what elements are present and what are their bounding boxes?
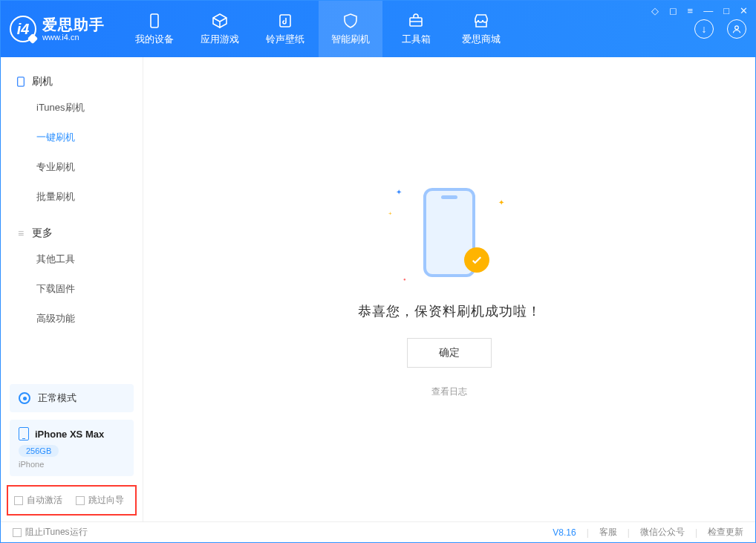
sparkle-icon: ● [403,277,406,282]
device-info[interactable]: iPhone XS Max 256GB iPhone [10,420,134,476]
svg-rect-0 [151,14,158,27]
shield-icon [342,12,359,30]
user-icon[interactable] [727,19,746,39]
checkbox-icon [14,496,23,505]
support-link[interactable]: 客服 [599,526,617,539]
sidebar-group-more: ≡ 更多 [1,222,143,244]
close-button[interactable]: ✕ [740,5,748,16]
mode-label: 正常模式 [38,391,76,405]
nav-label: 应用游戏 [201,33,239,46]
sidebar-item-other[interactable]: 其他工具 [1,244,143,274]
flash-options: 自动激活 跳过向导 [7,485,137,516]
download-icon[interactable]: ↓ [694,19,714,39]
mode-icon [19,392,30,404]
svg-rect-4 [18,77,25,86]
brand-cn: 爱思助手 [42,16,105,33]
music-icon [276,12,294,30]
ok-button[interactable]: 确定 [407,338,492,368]
device-panel: 正常模式 iPhone XS Max 256GB iPhone 自动激活 跳过向… [1,384,143,521]
nav-label: 工具箱 [402,33,431,46]
theme-icon[interactable]: ◇ [651,5,659,16]
nav-label: 爱思商城 [462,33,501,46]
svg-rect-1 [280,15,290,27]
nav-flash[interactable]: 智能刷机 [319,1,382,57]
body: 刷机 iTunes刷机 一键刷机 专业刷机 批量刷机 ≡ 更多 其他工具 下载固… [1,57,755,521]
nav: 我的设备 应用游戏 铃声壁纸 智能刷机 工具箱 爱思商城 [123,1,513,57]
cube-icon [211,12,229,30]
window-controls: ◇ ◻ ≡ — □ ✕ [651,5,748,16]
nav-ringtone[interactable]: 铃声壁纸 [253,1,317,57]
nav-my-device[interactable]: 我的设备 [123,1,186,57]
minimize-button[interactable]: — [703,5,713,16]
nav-label: 我的设备 [135,33,174,46]
sparkle-icon: ✦ [498,198,504,207]
list-icon: ≡ [16,228,26,238]
phone-icon [16,77,26,87]
view-log-link[interactable]: 查看日志 [431,386,467,398]
toolbox-icon [407,12,425,30]
success-illustration: ✦ ✦ ● + [390,181,509,284]
device-icon [146,12,163,30]
sidebar-item-itunes[interactable]: iTunes刷机 [1,93,143,123]
phone-icon [19,427,29,440]
checkbox-icon [13,528,22,537]
feedback-icon[interactable]: ◻ [669,5,677,16]
brand-text: 爱思助手 www.i4.cn [42,16,105,42]
storage-badge: 256GB [19,445,59,457]
sidebar-item-onekey[interactable]: 一键刷机 [1,123,143,152]
device-type: iPhone [19,460,125,469]
checkbox-label: 跳过向导 [88,494,124,507]
nav-store[interactable]: 爱思商城 [449,1,513,57]
wechat-link[interactable]: 微信公众号 [640,526,685,539]
store-icon [472,12,490,30]
checkbox-block-itunes[interactable]: 阻止iTunes运行 [13,526,88,539]
separator: | [587,527,589,538]
sidebar-item-batch[interactable]: 批量刷机 [1,182,143,212]
nav-toolbox[interactable]: 工具箱 [384,1,448,57]
nav-apps[interactable]: 应用游戏 [188,1,252,57]
maximize-button[interactable]: □ [723,5,729,16]
device-mode[interactable]: 正常模式 [10,384,134,412]
sidebar-item-pro[interactable]: 专业刷机 [1,152,143,182]
checkbox-auto-activate[interactable]: 自动激活 [14,494,62,507]
footer-right: V8.16 | 客服 | 微信公众号 | 检查更新 [553,526,743,539]
footer: 阻止iTunes运行 V8.16 | 客服 | 微信公众号 | 检查更新 [1,521,755,542]
menu-icon[interactable]: ≡ [688,5,694,16]
group-label: 更多 [32,227,53,240]
update-link[interactable]: 检查更新 [708,526,743,539]
separator: | [628,527,630,538]
logo-icon: i4 [10,16,36,42]
header-actions: ↓ [694,19,746,39]
brand-url: www.i4.cn [42,33,105,42]
sidebar-item-firmware[interactable]: 下载固件 [1,274,143,304]
nav-label: 智能刷机 [331,33,370,46]
sidebar: 刷机 iTunes刷机 一键刷机 专业刷机 批量刷机 ≡ 更多 其他工具 下载固… [1,57,143,521]
sidebar-group-flash: 刷机 [1,71,143,93]
version-label: V8.16 [553,527,576,538]
svg-point-3 [735,26,739,30]
check-icon [464,247,489,273]
logo[interactable]: i4 爱思助手 www.i4.cn [10,16,105,42]
separator: | [695,527,697,538]
checkbox-skip-guide[interactable]: 跳过向导 [76,494,124,507]
checkbox-label: 阻止iTunes运行 [25,526,88,539]
group-label: 刷机 [32,75,53,88]
nav-label: 铃声壁纸 [266,33,304,46]
sidebar-item-advanced[interactable]: 高级功能 [1,304,143,334]
checkbox-label: 自动激活 [27,494,62,507]
sparkle-icon: + [388,210,392,217]
main-content: ✦ ✦ ● + 恭喜您，保资料刷机成功啦！ 确定 查看日志 [143,57,755,521]
device-name: iPhone XS Max [35,429,104,440]
sparkle-icon: ✦ [396,188,402,196]
header: ◇ ◻ ≡ — □ ✕ i4 爱思助手 www.i4.cn 我的设备 应用游戏 … [1,1,755,57]
checkbox-icon [76,496,85,505]
success-message: 恭喜您，保资料刷机成功啦！ [358,302,541,320]
